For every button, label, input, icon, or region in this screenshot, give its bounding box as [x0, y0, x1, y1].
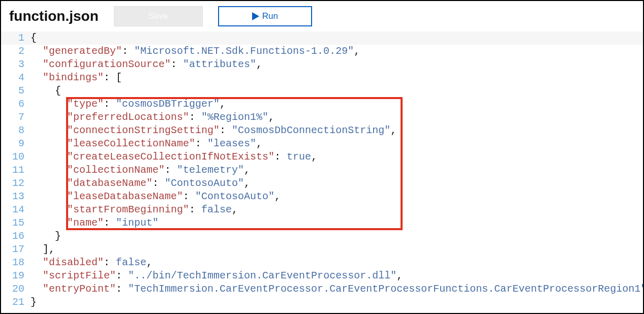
- code-line: 15 "name": "input": [1, 216, 643, 230]
- line-number: 16: [1, 230, 30, 243]
- code-line: 3 "configurationSource": "attributes",: [1, 58, 643, 71]
- line-number: 10: [1, 150, 30, 164]
- run-button-label: Run: [262, 11, 278, 21]
- editor-window: function.json Save Run 1 { 2 "generatedB…: [0, 0, 644, 314]
- line-number: 21: [1, 296, 30, 309]
- code-line: 10 "createLeaseCollectionIfNotExists": t…: [1, 150, 643, 164]
- code-line: 16 }: [1, 230, 643, 243]
- code-line: 6 "type": "cosmosDBTrigger",: [1, 98, 643, 111]
- code-line: 21 }: [1, 296, 643, 309]
- play-icon: [252, 12, 259, 20]
- line-number: 13: [1, 190, 30, 203]
- line-number: 1: [1, 32, 30, 45]
- code-line: 7 "preferredLocations": "%Region1%",: [1, 111, 643, 124]
- code-line: 11 "collectionName": "telemetry",: [1, 164, 643, 177]
- toolbar: function.json Save Run: [1, 1, 643, 29]
- code-line: 8 "connectionStringSetting": "CosmosDbCo…: [1, 124, 643, 137]
- line-number: 3: [1, 58, 30, 71]
- code-line: 1 {: [1, 32, 643, 45]
- line-number: 18: [1, 256, 30, 269]
- line-number: 4: [1, 71, 30, 84]
- line-number: 20: [1, 282, 30, 296]
- code-line: 14 "startFromBeginning": false,: [1, 203, 643, 216]
- line-number: 12: [1, 177, 30, 190]
- code-editor[interactable]: 1 { 2 "generatedBy": "Microsoft.NET.Sdk.…: [1, 29, 643, 309]
- code-line: 12 "databaseName": "ContosoAuto",: [1, 177, 643, 190]
- code-line: 5 {: [1, 84, 643, 98]
- code-line: 17 ],: [1, 243, 643, 256]
- run-button[interactable]: Run: [218, 6, 312, 26]
- code-line: 4 "bindings": [: [1, 71, 643, 84]
- file-title: function.json: [9, 8, 99, 24]
- line-number: 5: [1, 84, 30, 98]
- line-number: 8: [1, 124, 30, 137]
- save-button[interactable]: Save: [114, 6, 203, 26]
- line-number: 9: [1, 137, 30, 150]
- line-number: 11: [1, 164, 30, 177]
- line-number: 15: [1, 216, 30, 230]
- line-number: 6: [1, 98, 30, 111]
- line-number: 7: [1, 111, 30, 124]
- code-line: 9 "leaseCollectionName": "leases",: [1, 137, 643, 150]
- code-line: 2 "generatedBy": "Microsoft.NET.Sdk.Func…: [1, 45, 643, 58]
- code-line: 13 "leaseDatabaseName": "ContosoAuto",: [1, 190, 643, 203]
- line-number: 2: [1, 45, 30, 58]
- line-number: 17: [1, 243, 30, 256]
- line-number: 19: [1, 269, 30, 282]
- line-number: 14: [1, 203, 30, 216]
- code-line: 18 "disabled": false,: [1, 256, 643, 269]
- code-line: 19 "scriptFile": "../bin/TechImmersion.C…: [1, 269, 643, 282]
- svg-marker-0: [252, 12, 259, 20]
- code-line: 20 "entryPoint": "TechImmersion.CarEvent…: [1, 282, 643, 296]
